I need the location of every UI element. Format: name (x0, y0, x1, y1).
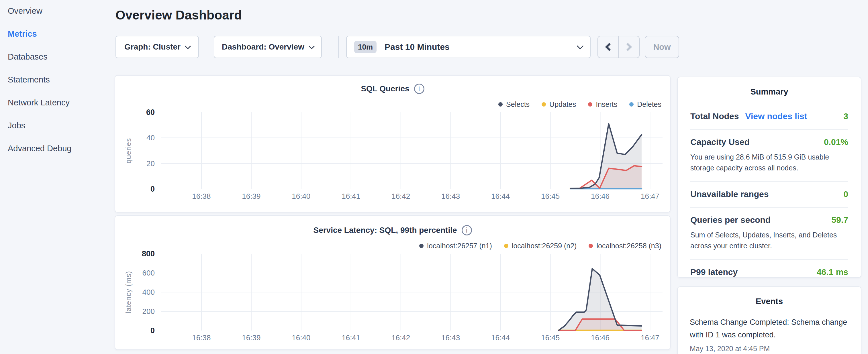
legend-item[interactable]: localhost:26259 (n2) (504, 242, 577, 250)
service-latency-chart-card: Service Latency: SQL, 99th percentile i … (115, 215, 671, 350)
summary-stat-p99-latency: P99 latency46.1 ms (690, 260, 848, 285)
time-step-buttons (597, 36, 640, 58)
legend-dot-icon (504, 244, 508, 248)
summary-stat-unavailable-ranges: Unavailable ranges0 (690, 182, 848, 207)
info-icon[interactable]: i (462, 225, 472, 235)
svg-text:16:46: 16:46 (591, 192, 610, 200)
chart-title: Service Latency: SQL, 99th percentile (313, 226, 457, 235)
svg-text:16:41: 16:41 (342, 192, 360, 200)
legend-label: Inserts (596, 100, 617, 108)
stat-line: Unavailable ranges0 (690, 189, 848, 199)
svg-text:16:43: 16:43 (441, 192, 460, 200)
sidebar-item-advanced-debug[interactable]: Advanced Debug (8, 137, 72, 160)
svg-text:16:39: 16:39 (242, 333, 260, 342)
legend-dot-icon (588, 102, 592, 106)
service-latency-chart: 16:3816:3916:4016:4116:4216:4316:4416:45… (115, 216, 671, 351)
svg-text:queries: queries (124, 138, 132, 164)
svg-text:16:45: 16:45 (541, 333, 560, 342)
legend-item[interactable]: Deletes (629, 100, 661, 108)
summary-stat-total-nodes: Total NodesView nodes list3 (690, 104, 848, 130)
svg-text:0: 0 (150, 185, 155, 193)
legend-dot-icon (419, 244, 424, 248)
stat-label: Total Nodes (690, 111, 739, 121)
legend-dot-icon (498, 102, 503, 106)
summary-stat-capacity-used: Capacity Used0.01%You are using 28.6 MiB… (690, 130, 848, 182)
legend-item[interactable]: Updates (541, 100, 576, 108)
legend-label: localhost:26257 (n1) (427, 242, 492, 250)
dashboard-dropdown[interactable]: Dashboard: Overview (214, 36, 322, 58)
svg-text:16:40: 16:40 (292, 333, 310, 342)
summary-stat-queries-per-second: Queries per second59.7Sum of Selects, Up… (690, 207, 848, 260)
svg-text:16:45: 16:45 (541, 192, 560, 200)
svg-text:16:40: 16:40 (292, 192, 310, 200)
graph-dropdown[interactable]: Graph: Cluster (116, 36, 199, 58)
controls-row: Graph: Cluster Dashboard: Overview 10m P… (116, 36, 679, 58)
svg-text:16:47: 16:47 (641, 333, 659, 342)
time-range-select[interactable]: 10m Past 10 Minutes (346, 36, 591, 58)
legend-dot-icon (541, 102, 546, 106)
time-next-button[interactable] (619, 36, 639, 58)
event-text: Schema Change Completed: Schema change w… (690, 316, 849, 341)
page-title: Overview Dashboard (116, 8, 242, 22)
graph-dropdown-label: Graph: Cluster (124, 42, 181, 52)
stat-line: Queries per second59.7 (690, 215, 848, 225)
legend-item[interactable]: Inserts (588, 100, 617, 108)
svg-text:60: 60 (146, 108, 155, 117)
legend-label: Deletes (637, 100, 661, 108)
sidebar-nav: OverviewMetricsDatabasesStatementsNetwor… (8, 0, 72, 160)
time-range-badge: 10m (354, 41, 376, 53)
svg-text:16:39: 16:39 (242, 192, 260, 200)
svg-text:16:46: 16:46 (591, 333, 610, 342)
legend-dot-icon (629, 102, 633, 106)
legend-label: Selects (506, 100, 530, 108)
svg-text:16:44: 16:44 (491, 333, 510, 342)
info-icon[interactable]: i (414, 84, 425, 94)
svg-text:20: 20 (147, 159, 155, 168)
chart-title: SQL Queries (361, 84, 409, 93)
now-button-label: Now (653, 42, 671, 52)
svg-text:40: 40 (147, 133, 155, 142)
stat-value: 46.1 ms (817, 267, 848, 277)
legend-label: localhost:26259 (n2) (512, 242, 577, 250)
stat-line: P99 latency46.1 ms (690, 267, 848, 277)
legend-item[interactable]: localhost:26257 (n1) (419, 242, 492, 250)
legend-dot-icon (589, 244, 593, 248)
chevron-down-icon (185, 43, 191, 49)
event-timestamp: May 13, 2020 at 4:45 PM (690, 345, 849, 353)
legend-item[interactable]: Selects (498, 100, 530, 108)
sidebar-item-network-latency[interactable]: Network Latency (8, 91, 72, 114)
svg-text:16:38: 16:38 (192, 333, 211, 342)
chevron-down-icon (577, 42, 584, 49)
chevron-left-icon (605, 43, 613, 51)
svg-text:latency (ms): latency (ms) (124, 271, 132, 313)
stat-line: Total NodesView nodes list3 (690, 111, 848, 121)
view-nodes-list-link[interactable]: View nodes list (745, 111, 807, 121)
svg-text:200: 200 (143, 307, 155, 316)
svg-text:16:44: 16:44 (491, 192, 510, 200)
events-title: Events (690, 297, 849, 306)
stat-label: Capacity Used (690, 137, 750, 147)
chart-title-row: Service Latency: SQL, 99th percentile i (115, 225, 670, 235)
svg-text:16:42: 16:42 (392, 333, 410, 342)
chart-legend: SelectsUpdatesInsertsDeletes (498, 100, 661, 108)
legend-label: localhost:26258 (n3) (596, 242, 661, 250)
now-button[interactable]: Now (645, 36, 679, 58)
stat-value: 0 (843, 189, 848, 199)
dashboard-dropdown-label: Dashboard: Overview (222, 42, 304, 52)
sidebar-item-metrics[interactable]: Metrics (8, 22, 72, 45)
chevron-down-icon (309, 43, 315, 49)
chart-title-row: SQL Queries i (115, 84, 670, 94)
svg-text:16:43: 16:43 (441, 333, 460, 342)
time-prev-button[interactable] (598, 36, 619, 58)
sidebar-item-jobs[interactable]: Jobs (8, 114, 72, 137)
sql-queries-chart-card: SQL Queries i SelectsUpdatesInsertsDelet… (115, 75, 671, 213)
legend-item[interactable]: localhost:26258 (n3) (589, 242, 661, 250)
sidebar-item-databases[interactable]: Databases (8, 45, 72, 68)
stat-value: 59.7 (832, 215, 848, 225)
svg-text:16:38: 16:38 (192, 192, 211, 200)
stat-label: Unavailable ranges (690, 189, 769, 199)
svg-text:400: 400 (143, 288, 155, 296)
sidebar-item-statements[interactable]: Statements (8, 68, 72, 91)
sidebar-item-overview[interactable]: Overview (8, 0, 72, 22)
legend-label: Updates (549, 100, 576, 108)
